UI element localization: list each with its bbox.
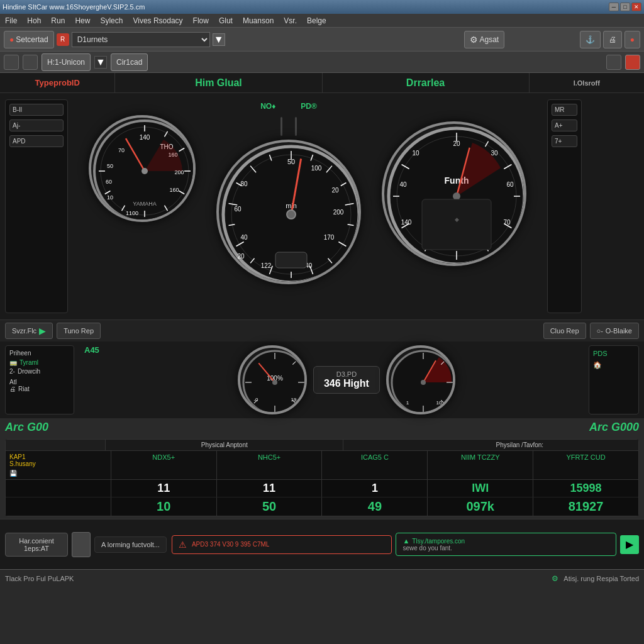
speedometer-gauge: 50 100 20 80 60 40 200 170 122 140 20 mi… (216, 140, 361, 284)
header-col4: I.Olsroff (530, 73, 644, 92)
header-col1: TypeprobID (0, 73, 115, 92)
right-large-gauge: 20 10 30 40 60 140 70 Funth ◆ (366, 106, 542, 282)
b-il-btn[interactable]: B-Il (9, 104, 64, 116)
riat-icon: 🖨 (9, 386, 16, 392)
bottom-section: Har.conient 1eps:AT A lorming fuctvolt..… (0, 519, 644, 569)
lorming-info: A lorming fuctvolt... (94, 536, 167, 553)
bottom-right: ⚠ APD3 374 V30 9 395 C7ML ▲ Tlsy./tampor… (172, 523, 639, 565)
col-header-1: NDX5+ (111, 451, 217, 479)
svg-text:10: 10 (412, 150, 419, 157)
svg-text:170: 170 (324, 234, 335, 241)
left-panel: B-Il Aj- APD (5, 99, 68, 313)
cluo-rep-btn[interactable]: Cluo Rep (543, 323, 586, 339)
svg-text:40: 40 (399, 181, 407, 188)
svg-text:10: 10 (436, 400, 441, 406)
table-header-physical: Physical Anptont (106, 440, 343, 450)
o-blaike-btn[interactable]: ○- O-Blaike (590, 323, 640, 339)
cell-r2-3: 49 (322, 497, 428, 516)
svg-text:200: 200 (333, 209, 344, 216)
mr-btn[interactable]: MR (552, 104, 577, 116)
menu-belge[interactable]: Belge (304, 15, 329, 26)
menu-vsr[interactable]: Vsr. (281, 15, 299, 26)
agsat-btn[interactable]: ⚙ Agsat (464, 31, 505, 48)
svg-text:50: 50 (107, 163, 113, 169)
seven-plus-btn[interactable]: 7+ (552, 135, 577, 147)
tach-gauge: 140 THO 70 50 60 160 200 160 10 1100 YAM… (73, 99, 211, 238)
tram-icon: 🚃 (9, 359, 17, 366)
minimize-btn[interactable]: ─ (609, 3, 619, 11)
toolbar2-dropdown[interactable]: ▼ (94, 56, 107, 69)
svg-text:50: 50 (287, 158, 295, 165)
toolbar2-icon3[interactable] (606, 55, 621, 70)
status-right: ⚙ Atisj. rung Respia Torted (552, 574, 639, 583)
menu-glut[interactable]: Glut (216, 15, 235, 26)
cell-r2-1: 10 (111, 497, 217, 516)
setcertad-btn[interactable]: ● Setcertad (4, 31, 54, 48)
hi1-unicon-btn[interactable]: H:1-Unicon (42, 53, 91, 71)
toolbar2-icon2[interactable] (23, 55, 38, 70)
center-value: 346 Hight (324, 378, 369, 389)
svg-text:20: 20 (331, 187, 339, 194)
bottom-right-info: ⚠ APD3 374 V30 9 395 C7ML (172, 535, 392, 554)
apd-btn[interactable]: APD (9, 135, 64, 147)
readout-right: Arc G000 (589, 421, 639, 434)
site-row1: ▲ Tlsy./tampores.con (402, 537, 609, 545)
svg-point-107 (421, 380, 426, 385)
cell-r1-5: 15998 (533, 480, 638, 497)
priheen-label: Priheen (9, 350, 70, 357)
menu-sylech[interactable]: Sylech (97, 15, 125, 26)
tuno-rep-btn[interactable]: Tuno Rep (57, 323, 101, 339)
svg-point-82 (453, 192, 460, 200)
aj-btn[interactable]: Aj- (9, 119, 64, 131)
upload-icon: ▲ (402, 537, 409, 545)
menu-vives[interactable]: Vives Rsodacy (130, 15, 185, 26)
svg-point-23 (142, 168, 148, 174)
menu-flow[interactable]: Flow (191, 15, 211, 26)
table-header-mid (343, 440, 401, 450)
menu-hew[interactable]: Hew (72, 15, 92, 26)
mid-atl: Atl 🖨 Riat (9, 379, 70, 392)
svg-text:YAMAHA: YAMAHA (133, 201, 156, 207)
svg-text:80: 80 (240, 180, 248, 187)
toolbar-icon2[interactable]: ⚓ (580, 31, 601, 48)
status-bar: Tlack Pro Ful PuLAPK ⚙ Atisj. rung Respi… (0, 569, 644, 587)
toolbar-icon3[interactable]: 🖨 (603, 31, 622, 48)
toolbar2-icon1[interactable] (4, 55, 19, 70)
table-row-1: 11 11 1 IWI 15998 (6, 480, 638, 497)
menu-run[interactable]: Run (48, 15, 67, 26)
site-text: sewe do you fant. (402, 545, 609, 552)
combo-dropdown-btn[interactable]: ▼ (213, 33, 225, 46)
svzr-flc-btn[interactable]: Svzr.Flc ▶ (5, 323, 53, 339)
har-conient-btn[interactable]: Har.conient 1eps:AT (5, 533, 68, 557)
svg-text:-0: -0 (253, 397, 258, 402)
play-button[interactable]: ▶ (620, 535, 639, 554)
menu-hoh[interactable]: Hoh (25, 15, 43, 26)
table-section: Physical Anptont Physilan /Tavfon: KAP1 … (5, 439, 639, 516)
cell-r1-2: 11 (217, 480, 323, 497)
right-panel: MR A+ 7+ (547, 99, 582, 313)
toolbar-icon4[interactable]: ● (625, 31, 640, 48)
play-icon: ▶ (39, 326, 46, 336)
close-btn[interactable]: ✕ (631, 3, 641, 11)
pds-label: PDS (593, 350, 635, 357)
toolbar2-icon4[interactable] (625, 55, 640, 70)
title-bar: Hindine SItCar www.16ShoyergheV.SIP2.5.c… (0, 0, 644, 14)
a-plus-btn[interactable]: A+ (552, 119, 577, 131)
svg-text:30: 30 (491, 150, 498, 157)
menu-muanson[interactable]: Muanson (240, 15, 276, 26)
home-icon: 🏠 (593, 361, 635, 369)
col-icon: 💾 (9, 470, 107, 477)
middle-section: Priheen 🚃 Tyraml 2- Drowcih Atl 🖨 Riat A… (0, 341, 644, 418)
toolbar-icon1[interactable]: R (57, 33, 69, 46)
toolbar-combo[interactable]: D1urnets (72, 32, 210, 47)
small-left-gauge: 100% -0 19 (238, 345, 307, 414)
mid-left-panel: Priheen 🚃 Tyraml 2- Drowcih Atl 🖨 Riat (5, 345, 74, 414)
menu-file[interactable]: File (3, 15, 19, 26)
speed-gauge-svg: 50 100 20 80 60 40 200 170 122 140 20 mi… (219, 142, 361, 284)
svg-point-97 (272, 380, 277, 385)
svg-text:100: 100 (311, 165, 322, 172)
svg-rect-57 (275, 252, 307, 268)
right-gauge-svg: 20 10 30 40 60 140 70 Funth ◆ (384, 124, 526, 266)
cir1cad-btn[interactable]: Cir1cad (111, 53, 148, 71)
maximize-btn[interactable]: □ (620, 3, 630, 11)
